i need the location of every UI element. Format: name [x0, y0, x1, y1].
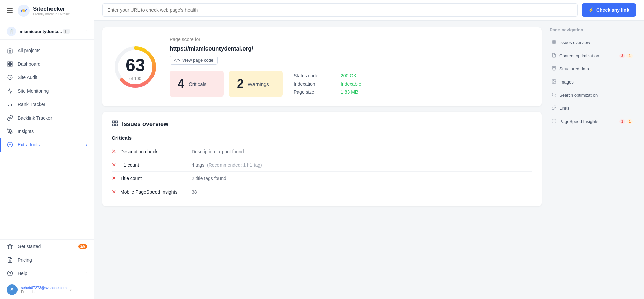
sidebar-item-extra-tools[interactable]: Extra tools › — [0, 138, 94, 152]
user-info: seheb67273@svcache.com Free trial — [21, 286, 67, 294]
user-plan: Free trial — [21, 290, 67, 294]
url-input[interactable] — [102, 3, 578, 17]
issue-desc: Description tag not found — [192, 149, 244, 154]
svg-rect-2 — [8, 62, 9, 63]
error-icon: ✕ — [112, 162, 116, 168]
svg-point-29 — [552, 66, 556, 68]
hamburger-icon[interactable] — [7, 8, 13, 13]
nav-image-icon — [552, 79, 556, 85]
nav-item-search-optimization[interactable]: Search optimization — [548, 90, 636, 101]
score-gauge: 63 of 100 — [112, 43, 159, 91]
code-icon: </> — [174, 58, 180, 63]
svg-rect-28 — [554, 42, 556, 44]
nav-database-icon — [552, 66, 556, 72]
sidebar-item-label: Extra tools — [18, 142, 40, 147]
get-started-badge: 2/5 — [78, 244, 87, 249]
svg-marker-14 — [8, 244, 13, 249]
user-email: seheb67273@svcache.com — [21, 286, 67, 290]
sidebar-item-label: Backlink Tracker — [18, 115, 52, 121]
nav-item-structured-data[interactable]: Structured data — [548, 63, 636, 74]
nav-badge-orange: 1 — [626, 119, 633, 124]
home-icon — [7, 47, 13, 54]
activity-icon — [7, 88, 13, 94]
user-chevron-icon: › — [70, 287, 72, 293]
nav-item-images[interactable]: Images — [548, 76, 636, 88]
nav-item-links[interactable]: Links — [548, 103, 636, 114]
link-icon — [7, 114, 13, 121]
nav-item-pagespeed-insights[interactable]: PageSpeed Insights 1 1 — [548, 116, 636, 127]
diamond-icon — [7, 243, 13, 250]
nav-zap-icon — [552, 119, 556, 124]
nav-item-label: Images — [559, 79, 574, 85]
stats-row: 4 Criticals 2 Warnings Status code 200 O… — [170, 71, 361, 97]
issues-list: ✕ Description check Description tag not … — [112, 145, 532, 198]
meta-stats: Status code 200 OK Indexation Indexable … — [294, 73, 361, 95]
svg-point-31 — [553, 80, 554, 81]
criticals-label: Criticals — [189, 81, 206, 87]
project-badge: IT — [63, 29, 70, 34]
score-of-label: of 100 — [129, 76, 141, 81]
error-icon: ✕ — [112, 148, 116, 155]
bar-chart-icon — [7, 101, 13, 108]
nav-item-label: Structured data — [559, 66, 589, 71]
indexation-value: Indexable — [341, 81, 361, 87]
table-row: ✕ H1 count 4 tags (Recommended: 1 h1 tag… — [112, 158, 532, 172]
user-section[interactable]: S seheb67273@svcache.com Free trial › — [0, 280, 94, 299]
status-code-value: 200 OK — [341, 73, 357, 78]
nav-item-content-optimization[interactable]: Content optimization 3 1 — [548, 50, 636, 61]
nav-badge-red: 3 — [619, 54, 625, 58]
warnings-label: Warnings — [248, 81, 269, 87]
score-number: 63 — [126, 55, 145, 75]
meta-indexation-row: Indexation Indexable — [294, 81, 361, 87]
sidebar-item-help[interactable]: Help › — [0, 267, 94, 280]
main-content: ⚡ Check any link — [94, 0, 644, 299]
nav-badge-orange: 1 — [626, 54, 633, 58]
sidebar-item-label: Pricing — [18, 257, 32, 263]
page-score-label: Page score for — [170, 37, 361, 42]
sidebar-item-label: Site Audit — [18, 75, 37, 80]
meta-status-row: Status code 200 OK — [294, 73, 361, 78]
view-page-code-button[interactable]: </> View page code — [170, 56, 218, 65]
svg-rect-21 — [113, 121, 115, 123]
sidebar-item-site-monitoring[interactable]: Site Monitoring — [0, 84, 94, 98]
project-icon: 🦷 — [7, 27, 16, 36]
content-area: 63 of 100 Page score for https://miamico… — [94, 21, 644, 299]
sidebar-item-insights[interactable]: Insights — [0, 125, 94, 138]
nav-item-issues-overview[interactable]: Issues overview — [548, 37, 636, 48]
plus-circle-icon — [7, 141, 13, 148]
sidebar-item-label: Rank Tracker — [18, 102, 45, 107]
meta-page-size-row: Page size 1.83 MB — [294, 89, 361, 95]
table-row: ✕ Mobile PageSpeed Insights 38 — [112, 185, 532, 198]
sidebar-item-rank-tracker[interactable]: Rank Tracker — [0, 98, 94, 111]
project-selector[interactable]: 🦷 miamicountydenta... IT › — [0, 23, 94, 40]
sidebar-item-pricing[interactable]: Pricing — [0, 253, 94, 267]
score-info: Page score for https://miamicountydental… — [170, 37, 361, 97]
svg-line-33 — [555, 96, 556, 97]
error-icon: ✕ — [112, 189, 116, 195]
sidebar-item-get-started[interactable]: Get started 2/5 — [0, 240, 94, 253]
issue-desc: 2 title tags found — [192, 176, 226, 181]
sidebar-item-all-projects[interactable]: All projects — [0, 44, 94, 57]
file-text-icon — [7, 257, 13, 263]
svg-rect-23 — [113, 124, 115, 126]
svg-rect-26 — [554, 40, 556, 42]
score-card: 63 of 100 Page score for https://miamico… — [102, 27, 542, 106]
sidebar-item-dashboard[interactable]: Dashboard — [0, 57, 94, 71]
check-any-link-button[interactable]: ⚡ Check any link — [582, 3, 636, 17]
avatar: S — [7, 284, 18, 295]
help-circle-icon — [7, 270, 13, 277]
status-code-label: Status code — [294, 73, 327, 78]
nav-link-icon — [552, 105, 556, 111]
nav-badges: 3 1 — [619, 54, 633, 58]
sidebar-item-site-audit[interactable]: Site Audit — [0, 71, 94, 84]
issues-title: Issues overview — [112, 120, 532, 128]
logo-name: Sitechecker — [33, 6, 70, 12]
logo-text: Sitechecker Proudly made in Ukraine — [33, 6, 70, 16]
issue-desc: 38 — [192, 189, 197, 195]
issue-name: Title count — [120, 176, 188, 181]
table-row: ✕ Description check Description tag not … — [112, 145, 532, 158]
sidebar-item-label: Help — [18, 271, 27, 276]
sidebar-item-backlink-tracker[interactable]: Backlink Tracker — [0, 111, 94, 125]
nav-item-label: PageSpeed Insights — [559, 119, 598, 124]
help-chevron-icon: › — [86, 271, 87, 276]
